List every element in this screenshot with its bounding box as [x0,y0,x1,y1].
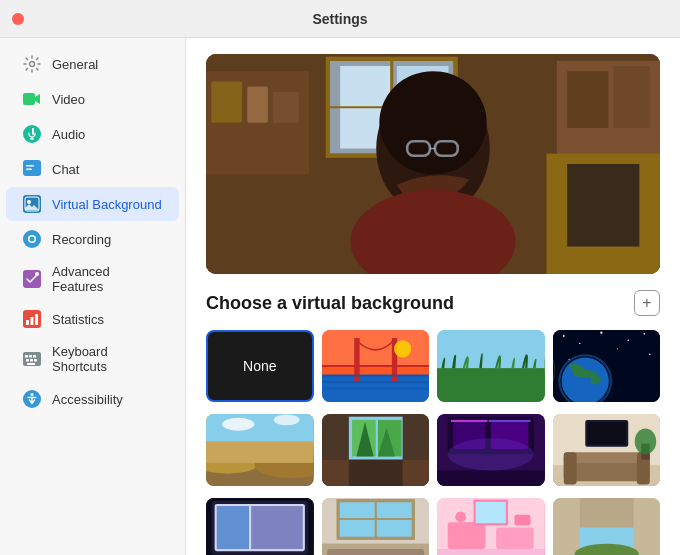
svg-rect-61 [322,388,430,390]
background-living-room[interactable] [553,414,661,486]
svg-point-58 [394,340,411,357]
svg-rect-80 [206,441,314,463]
advanced-features-icon [22,269,42,289]
recording-icon [22,229,42,249]
close-button[interactable] [12,13,24,25]
window-title: Settings [312,11,367,27]
add-background-button[interactable]: + [634,290,660,316]
sidebar-item-virtual-background[interactable]: Virtual Background [6,187,179,221]
none-label: None [243,358,276,374]
svg-rect-105 [587,422,626,445]
audio-icon [22,124,42,144]
svg-rect-42 [567,71,608,128]
svg-rect-113 [251,506,303,549]
svg-rect-137 [437,549,545,555]
svg-point-13 [30,237,35,242]
background-arch[interactable] [553,498,661,555]
sidebar-item-general[interactable]: General [6,47,179,81]
sidebar-item-video[interactable]: Video [6,82,179,116]
statistics-icon [22,309,42,329]
svg-point-138 [455,511,466,522]
sidebar-item-statistics[interactable]: Statistics [6,302,179,336]
background-purple-room[interactable] [437,414,545,486]
svg-rect-89 [402,460,429,486]
sidebar-label-general: General [52,57,98,72]
sidebar-item-recording[interactable]: Recording [6,222,179,256]
svg-rect-139 [514,515,530,526]
svg-rect-7 [26,169,32,171]
svg-rect-39 [247,87,268,123]
section-title: Choose a virtual background [206,293,454,314]
sidebar-item-chat[interactable]: Chat [6,152,179,186]
svg-rect-17 [26,320,29,325]
svg-rect-21 [25,355,28,358]
sidebar-label-audio: Audio [52,127,85,142]
svg-point-10 [27,200,31,204]
content-area: Choose a virtual background + None [186,38,680,555]
svg-rect-6 [26,165,34,167]
svg-rect-18 [31,317,34,325]
svg-rect-142 [553,498,580,555]
svg-rect-25 [30,359,33,362]
svg-point-67 [600,332,602,334]
svg-rect-24 [26,359,29,362]
svg-point-65 [562,335,564,337]
backgrounds-grid-row2 [206,414,660,486]
svg-rect-95 [489,420,531,422]
accessibility-icon [22,389,42,409]
sidebar: General Video A [0,38,186,555]
svg-rect-5 [23,160,41,176]
background-golden-gate[interactable] [322,330,430,402]
virtual-background-icon [22,194,42,214]
svg-rect-96 [437,470,545,486]
svg-rect-129 [327,549,424,555]
svg-rect-134 [475,501,507,525]
background-forest-room[interactable] [322,414,430,486]
sidebar-item-advanced-features[interactable]: Advanced Features [6,257,179,301]
svg-rect-112 [217,506,249,549]
title-bar: Settings [0,0,680,38]
sidebar-label-advanced-features: Advanced Features [52,264,163,294]
svg-rect-22 [29,355,32,358]
video-icon [22,89,42,109]
svg-rect-27 [27,363,35,365]
backgrounds-grid-row3 [206,498,660,555]
svg-point-81 [222,418,254,431]
sidebar-label-video: Video [52,92,85,107]
svg-rect-88 [322,460,349,486]
main-content: General Video A [0,38,680,555]
svg-rect-43 [614,66,650,128]
svg-rect-63 [437,368,545,402]
svg-rect-1 [23,93,35,105]
svg-rect-45 [567,164,639,247]
gear-icon [22,54,42,74]
background-desert[interactable] [206,414,314,486]
svg-point-72 [616,348,617,349]
svg-rect-59 [322,375,430,377]
background-modern-room[interactable] [322,498,430,555]
svg-rect-23 [33,355,36,358]
svg-point-82 [274,415,300,426]
background-grass[interactable] [437,330,545,402]
background-none[interactable]: None [206,330,314,402]
section-header: Choose a virtual background + [206,290,660,316]
sidebar-item-keyboard-shortcuts[interactable]: Keyboard Shortcuts [6,337,179,381]
svg-rect-38 [211,81,242,122]
sidebar-label-chat: Chat [52,162,79,177]
svg-point-107 [634,429,656,455]
svg-point-15 [35,272,39,276]
svg-rect-60 [322,381,430,383]
sidebar-label-virtual-background: Virtual Background [52,197,162,212]
svg-point-97 [448,438,534,470]
sidebar-label-keyboard-shortcuts: Keyboard Shortcuts [52,344,163,374]
background-cinema[interactable] [206,498,314,555]
background-space[interactable] [553,330,661,402]
svg-point-47 [379,71,486,174]
background-pink-room[interactable] [437,498,545,555]
svg-rect-40 [273,92,299,123]
svg-rect-26 [34,359,37,362]
sidebar-item-audio[interactable]: Audio [6,117,179,151]
svg-rect-19 [35,314,38,325]
sidebar-item-accessibility[interactable]: Accessibility [6,382,179,416]
svg-point-68 [627,339,629,341]
